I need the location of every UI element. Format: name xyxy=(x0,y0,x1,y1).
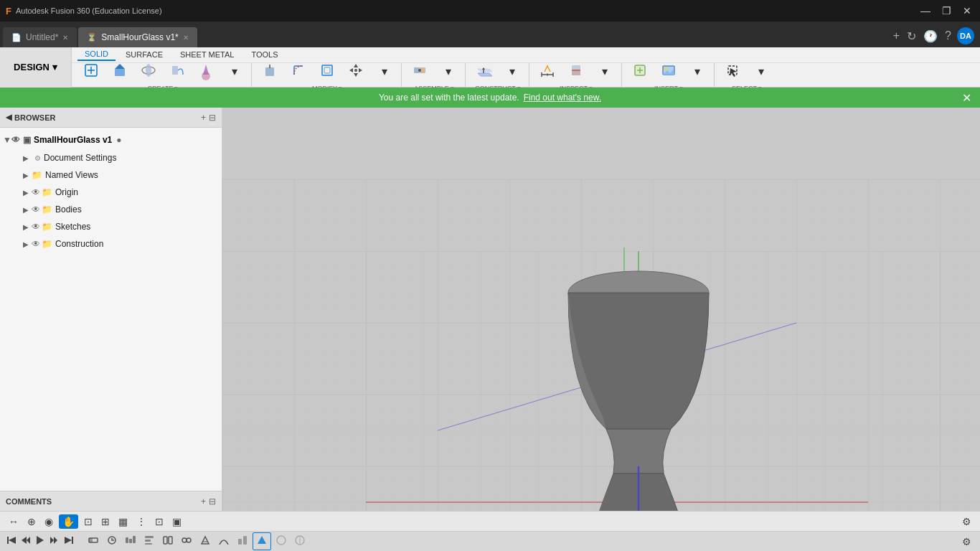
timeline-icon9[interactable] xyxy=(234,533,251,550)
comments-split-icon[interactable]: ⊟ xyxy=(209,496,216,507)
section-analysis-button[interactable] xyxy=(562,63,590,85)
bottom-toolbar: ↔ ⊕ ◉ ✋ ⊡ ⊞ ▦ ⋮ ⊡ ▣ ⚙ xyxy=(0,511,980,531)
sync-button[interactable]: ↻ xyxy=(905,28,918,44)
assemble-more-button[interactable]: ▾ xyxy=(435,63,462,85)
browser-item-construction[interactable]: ▶ 👁 📁 Construction xyxy=(0,235,222,253)
timeline-icon5[interactable] xyxy=(159,533,176,550)
account-button[interactable]: DA xyxy=(957,27,974,44)
inspect-more-button[interactable]: ▾ xyxy=(591,63,618,85)
design-menu-button[interactable]: DESIGN ▾ xyxy=(0,47,72,88)
display-settings-button[interactable]: ⊡ xyxy=(152,514,166,529)
shell-button[interactable] xyxy=(314,63,341,85)
zoom-fit-button[interactable]: ⊞ xyxy=(98,514,113,529)
browser-item-bodies[interactable]: ▶ 👁 📁 Bodies xyxy=(0,201,222,218)
origin-folder-icon: 📁 xyxy=(42,187,52,197)
settings-button[interactable]: ⚙ xyxy=(959,514,974,529)
browser-root-item[interactable]: ▼ 👁 ▣ SmallHourGlass v1 ● xyxy=(0,131,222,149)
anim-icons-left2[interactable] xyxy=(20,534,32,548)
root-eye-icon[interactable]: 👁 xyxy=(11,135,20,145)
timeline-icon4[interactable] xyxy=(141,533,158,550)
timeline-icon10[interactable] xyxy=(273,533,290,550)
hand-tool-button[interactable]: ✋ xyxy=(59,514,78,529)
create-more-button[interactable]: ▾ xyxy=(221,63,248,85)
browser-add-icon[interactable]: + xyxy=(201,113,206,123)
select-more-button[interactable]: ▾ xyxy=(748,63,775,85)
comments-add-icon[interactable]: + xyxy=(201,496,206,507)
select-button[interactable] xyxy=(719,63,746,85)
tab-smallhourglass-close[interactable]: ✕ xyxy=(183,34,189,42)
construct-more-button[interactable]: ▾ xyxy=(499,63,526,85)
browser-item-document-settings[interactable]: ▶ ⚙ Document Settings xyxy=(0,149,222,166)
timeline-icon3[interactable] xyxy=(122,533,139,550)
construction-eye-icon[interactable]: 👁 xyxy=(32,239,40,249)
insert-mcmaster-button[interactable] xyxy=(626,63,654,85)
measure-button[interactable] xyxy=(534,63,561,85)
move-button[interactable] xyxy=(342,63,369,85)
anim-end-button[interactable] xyxy=(63,534,75,548)
history-button[interactable]: 🕐 xyxy=(922,28,939,44)
timeline-icon8[interactable] xyxy=(215,533,232,550)
construction-expander[interactable]: ▶ xyxy=(20,240,32,248)
extrude-button[interactable] xyxy=(106,63,133,85)
root-expander-icon[interactable]: ▼ xyxy=(3,135,11,145)
origin-eye-icon[interactable]: 👁 xyxy=(32,187,40,197)
close-button[interactable]: ✕ xyxy=(960,5,974,17)
viewport[interactable]: TOP FRONT RIGHT Z X xyxy=(222,108,980,511)
fillet-button[interactable] xyxy=(285,63,312,85)
doc-settings-expander[interactable]: ▶ xyxy=(20,154,32,162)
tab-smallhourglass[interactable]: ⏳ SmallHourGlass v1* ✕ xyxy=(78,27,197,47)
tab-solid[interactable]: SOLID xyxy=(77,48,116,61)
insert-image-button[interactable] xyxy=(655,63,682,85)
bodies-eye-icon[interactable]: 👁 xyxy=(32,204,40,215)
help-button[interactable]: ? xyxy=(943,28,953,44)
minimize-button[interactable]: — xyxy=(918,5,933,17)
grid-toggle-button[interactable]: ▦ xyxy=(116,514,131,529)
press-pull-button[interactable] xyxy=(256,63,283,85)
timeline-highlight[interactable] xyxy=(253,532,271,550)
browser-item-named-views[interactable]: ▶ 📁 Named Views xyxy=(0,166,222,184)
timeline-icon1[interactable] xyxy=(85,533,102,550)
sketches-eye-icon[interactable]: 👁 xyxy=(32,222,40,232)
tab-untitled-close[interactable]: ✕ xyxy=(62,34,68,42)
bodies-expander[interactable]: ▶ xyxy=(20,206,32,214)
joint-button[interactable] xyxy=(406,63,433,85)
timeline-icon2[interactable] xyxy=(103,533,121,550)
svg-marker-14 xyxy=(354,64,358,67)
look-at-button[interactable]: ◉ xyxy=(42,514,56,529)
snap-toggle-button[interactable]: ⋮ xyxy=(133,514,149,529)
tab-untitled[interactable]: 📄 Untitled* ✕ xyxy=(3,27,77,47)
offset-plane-button[interactable] xyxy=(470,63,497,85)
named-views-expander[interactable]: ▶ xyxy=(20,171,32,179)
sweep-button[interactable] xyxy=(164,63,191,85)
root-visibility-icon[interactable]: ● xyxy=(116,135,121,145)
tab-surface[interactable]: SURFACE xyxy=(118,49,170,60)
notification-close-button[interactable]: ✕ xyxy=(962,91,971,105)
tab-sheet-metal[interactable]: SHEET METAL xyxy=(173,49,241,60)
anim-icons-left1[interactable] xyxy=(6,534,17,548)
pan-button[interactable]: ↔ xyxy=(6,514,22,529)
add-tab-button[interactable]: + xyxy=(892,28,901,44)
timeline-icon6[interactable] xyxy=(178,533,195,550)
restore-button[interactable]: ❐ xyxy=(939,5,954,17)
browser-split-icon[interactable]: ⊟ xyxy=(209,113,216,123)
notification-link[interactable]: Find out what's new. xyxy=(524,93,601,103)
sketches-expander[interactable]: ▶ xyxy=(20,223,32,231)
browser-collapse-icon[interactable]: ◀ xyxy=(6,113,11,122)
insert-more-button[interactable]: ▾ xyxy=(684,63,711,85)
browser-item-sketches[interactable]: ▶ 👁 📁 Sketches xyxy=(0,218,222,235)
loft-button[interactable] xyxy=(192,63,220,85)
revolve-button[interactable] xyxy=(135,63,162,85)
view-cube-button[interactable]: ▣ xyxy=(169,514,184,529)
timeline-icon7[interactable] xyxy=(197,533,214,550)
orbit-button[interactable]: ⊕ xyxy=(24,514,39,529)
modify-more-button[interactable]: ▾ xyxy=(371,63,398,85)
origin-expander[interactable]: ▶ xyxy=(20,189,32,197)
anim-next-button[interactable] xyxy=(49,534,60,548)
browser-item-origin[interactable]: ▶ 👁 📁 Origin xyxy=(0,184,222,201)
anim-play-button[interactable] xyxy=(34,534,46,548)
zoom-window-button[interactable]: ⊡ xyxy=(81,514,95,529)
timeline-icon11[interactable] xyxy=(291,533,308,550)
tab-tools[interactable]: TOOLS xyxy=(244,49,285,60)
create-new-component-button[interactable] xyxy=(77,63,105,85)
anim-settings-button[interactable]: ⚙ xyxy=(959,534,974,549)
